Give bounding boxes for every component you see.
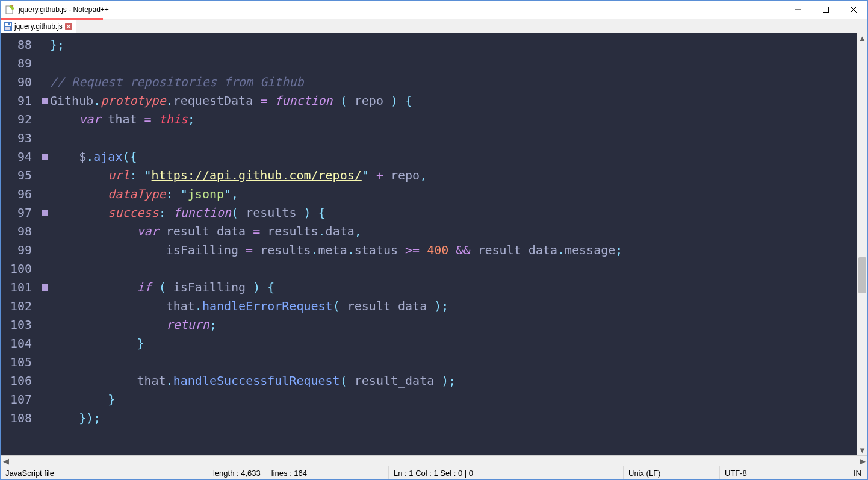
- tab-filename: jquery.github.js: [14, 22, 63, 31]
- scroll-down-arrow[interactable]: ▼: [857, 445, 867, 455]
- svg-rect-7: [5, 23, 11, 26]
- scroll-track[interactable]: [857, 43, 867, 445]
- titlebar: jquery.github.js - Notepad++: [1, 1, 867, 19]
- tab-close-button[interactable]: [65, 23, 72, 30]
- tab-bar: jquery.github.js: [1, 19, 867, 33]
- status-insert-mode: IN: [825, 466, 867, 479]
- app-icon: [5, 5, 15, 14]
- editor-area: 8889909192939495969798991001011021031041…: [1, 33, 867, 455]
- tab-active-indicator: [1, 18, 103, 20]
- status-bar: JavaScript file length : 4,633 lines : 1…: [1, 466, 867, 479]
- fold-column[interactable]: [40, 33, 49, 455]
- status-length: length : 4,633 lines : 164: [208, 466, 389, 479]
- scroll-up-arrow[interactable]: ▲: [857, 33, 867, 43]
- svg-rect-9: [8, 23, 10, 25]
- svg-rect-8: [5, 27, 10, 30]
- save-icon: [4, 22, 12, 31]
- status-filetype: JavaScript file: [1, 466, 208, 479]
- scroll-left-arrow[interactable]: ◀: [1, 456, 11, 466]
- file-tab[interactable]: jquery.github.js: [1, 20, 76, 33]
- maximize-button[interactable]: [812, 1, 840, 19]
- status-eol: Unix (LF): [624, 466, 720, 479]
- hscroll-track[interactable]: [11, 456, 857, 466]
- scroll-right-arrow[interactable]: ▶: [857, 456, 867, 466]
- svg-rect-3: [823, 7, 829, 13]
- vertical-scrollbar[interactable]: ▲ ▼: [857, 33, 867, 455]
- status-encoding: UTF-8: [720, 466, 825, 479]
- horizontal-scrollbar[interactable]: ◀ ▶: [1, 455, 867, 466]
- minimize-button[interactable]: [784, 1, 812, 19]
- status-position: Ln : 1 Col : 1 Sel : 0 | 0: [389, 466, 624, 479]
- line-number-gutter: 8889909192939495969798991001011021031041…: [1, 33, 40, 455]
- code-content[interactable]: }; // Request repositories from GithubGi…: [49, 33, 857, 455]
- scroll-thumb[interactable]: [858, 257, 866, 293]
- window-controls: [784, 1, 867, 19]
- window-title: jquery.github.js - Notepad++: [19, 5, 109, 14]
- close-button[interactable]: [840, 1, 867, 19]
